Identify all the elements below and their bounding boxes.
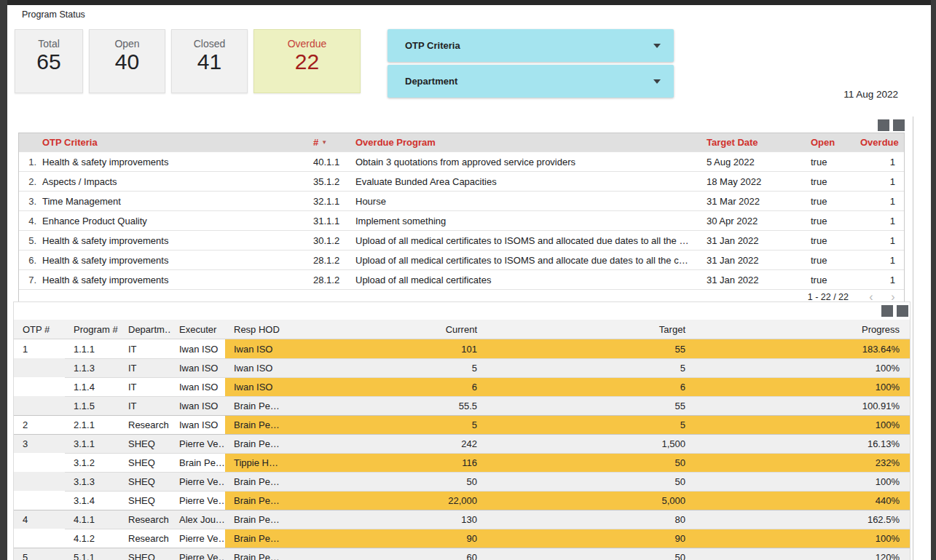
- view-toggle-icon-2[interactable]: [893, 119, 905, 131]
- header-resp-hod[interactable]: Resp HOD: [225, 320, 316, 339]
- header-hash-label: #: [313, 137, 318, 148]
- cell-target: 90: [487, 529, 696, 548]
- cell-progress: 100.91%: [696, 396, 910, 415]
- table-row[interactable]: 1.1.4ITIwan ISOIwan ISO66100%: [14, 377, 910, 396]
- table-row[interactable]: 3.Time Management32.1.1Hourse31 Mar 2022…: [19, 191, 904, 210]
- cell-target: 55: [487, 339, 696, 358]
- cell-hash: 31.1.1: [307, 216, 350, 226]
- scorecard-label: Closed: [172, 38, 247, 50]
- cell-resp_hod: Tippie H…: [225, 453, 316, 472]
- table-row[interactable]: 1.1.5ITIwan ISOBrain Pe…55.555100.91%: [14, 396, 910, 415]
- cell-otp: [14, 377, 65, 396]
- header-current[interactable]: Current: [316, 320, 487, 339]
- overdue-table-body: 1.Health & safety improvements40.1.1Obta…: [19, 151, 904, 289]
- row-divider: [65, 453, 910, 454]
- header-hash-sorted[interactable]: # ▼: [307, 137, 350, 148]
- cell-resp_hod: Brain Pe…: [225, 434, 316, 453]
- filter-otp-criteria[interactable]: OTP Criteria: [388, 29, 674, 62]
- cell-overdue: 1: [854, 216, 904, 226]
- view-toggle-icon-1[interactable]: [878, 119, 889, 131]
- cell-program: Hourse: [350, 196, 701, 207]
- table-row[interactable]: 2.Aspects / Impacts35.1.2Evaluate Bunded…: [19, 171, 904, 191]
- cell-criteria: Enhance Product Quality: [36, 216, 307, 226]
- cell-otp: 2: [14, 415, 65, 434]
- cell-department: SHEQ: [119, 491, 170, 510]
- cell-progress: 100%: [696, 472, 910, 491]
- header-otp-criteria[interactable]: OTP Criteria: [36, 137, 307, 148]
- filter-department[interactable]: Department: [388, 65, 674, 98]
- table-row[interactable]: 55.1.1SHEQPierre Ve…Brain Pe…6050120%: [14, 548, 910, 560]
- cell-current: 90: [316, 529, 487, 548]
- cell-progress: 100%: [696, 358, 910, 377]
- cell-progress: 120%: [696, 548, 910, 560]
- table-row[interactable]: 1.1.3ITIwan ISOIwan ISO55100%: [14, 358, 910, 377]
- cell-overdue: 1: [854, 196, 904, 207]
- table-row[interactable]: 11.1.1ITIwan ISOIwan ISO10155183.64%: [14, 339, 910, 358]
- window-frame-right: [931, 0, 936, 560]
- table-row[interactable]: 44.1.1ResearchAlex Jou…Brain Pe…13080162…: [14, 510, 910, 529]
- header-department[interactable]: Departm…: [119, 320, 170, 339]
- header-target[interactable]: Target: [487, 320, 696, 339]
- cell-num: 7.: [19, 275, 36, 285]
- table-row[interactable]: 6.Health & safety improvements28.1.2Uplo…: [19, 250, 904, 269]
- table-row[interactable]: 33.1.1SHEQPierre Ve…Brain Pe…2421,50016.…: [14, 434, 910, 453]
- header-open[interactable]: Open: [805, 137, 854, 148]
- table-row[interactable]: 5.Health & safety improvements30.1.2Uplo…: [19, 230, 904, 250]
- cell-progress: 16.13%: [696, 434, 910, 453]
- cell-otp: 5: [14, 548, 65, 560]
- cell-num: 1.: [19, 157, 36, 167]
- header-otp-number[interactable]: OTP #: [14, 320, 65, 339]
- cell-target: 55: [487, 396, 696, 415]
- table-header-row: OTP Criteria # ▼ Overdue Program Target …: [19, 133, 904, 151]
- table-row[interactable]: 3.1.3SHEQPierre Ve…Brain Pe…5050100%: [14, 472, 910, 491]
- cell-program: Obtain 3 quotations from approved servic…: [350, 157, 701, 167]
- cell-num: 2.: [19, 176, 36, 187]
- table-row[interactable]: 3.1.4SHEQPierre Ve…Brain Pe…22,0005,0004…: [14, 491, 910, 510]
- header-executer[interactable]: Executer: [170, 320, 225, 339]
- scorecard-value: 41: [172, 50, 247, 74]
- header-program-number[interactable]: Program #: [65, 320, 119, 339]
- scorecard-label: Open: [90, 38, 165, 50]
- filter-label: OTP Criteria: [405, 40, 460, 51]
- cell-program: 3.1.4: [65, 491, 119, 510]
- table-row[interactable]: 22.1.1ResearchIwan ISOBrain Pe…55100%: [14, 415, 910, 434]
- cell-otp: [14, 472, 65, 491]
- cell-department: SHEQ: [119, 548, 170, 560]
- cell-target_date: 18 May 2022: [701, 176, 805, 187]
- cell-executer: Iwan ISO: [170, 339, 225, 358]
- cell-program: 4.1.1: [65, 510, 119, 529]
- cell-target_date: 31 Jan 2022: [701, 235, 805, 246]
- cell-progress: 232%: [696, 453, 910, 472]
- header-overdue[interactable]: Overdue: [854, 137, 904, 148]
- view-toggle-icon-2[interactable]: [897, 305, 908, 317]
- header-target-date[interactable]: Target Date: [701, 137, 805, 148]
- cell-resp_hod: Brain Pe…: [225, 491, 316, 510]
- cell-program: Upload of all medical certificates: [350, 275, 701, 285]
- header-progress[interactable]: Progress: [696, 320, 910, 339]
- scorecard-total: Total 65: [15, 29, 83, 93]
- scorecard-value: 65: [15, 50, 82, 74]
- table-row[interactable]: 3.1.2SHEQBrain Pe…Tippie H…11650232%: [14, 453, 910, 472]
- cell-overdue: 1: [854, 176, 904, 187]
- scorecard-value: 22: [254, 50, 360, 74]
- view-toggle-icon-1[interactable]: [881, 305, 893, 317]
- row-divider: [65, 491, 910, 492]
- table-row[interactable]: 7.Health & safety improvements28.1.2Uplo…: [19, 269, 904, 289]
- table-row[interactable]: 4.1.2ResearchPierre Ve…Brain Pe…9090100%: [14, 529, 910, 548]
- cell-target_date: 5 Aug 2022: [701, 157, 805, 167]
- header-overdue-program[interactable]: Overdue Program: [350, 137, 701, 148]
- window-frame-top: [0, 0, 936, 5]
- row-divider: [65, 529, 910, 529]
- table-row[interactable]: 1.Health & safety improvements40.1.1Obta…: [19, 151, 904, 171]
- cell-executer: Iwan ISO: [170, 415, 225, 434]
- cell-program: 5.1.1: [65, 548, 119, 560]
- row-divider: [65, 358, 910, 359]
- cell-target_date: 31 Jan 2022: [701, 275, 805, 285]
- scorecard-overdue: Overdue 22: [253, 29, 361, 93]
- cell-current: 55.5: [316, 396, 487, 415]
- row-divider: [14, 548, 910, 548]
- cell-program: Upload of all medical certificates to IS…: [350, 235, 701, 246]
- table-row[interactable]: 4.Enhance Product Quality31.1.1Implement…: [19, 210, 904, 230]
- row-divider: [14, 434, 910, 435]
- cell-program: Evaluate Bunded Area Capacities: [350, 176, 701, 187]
